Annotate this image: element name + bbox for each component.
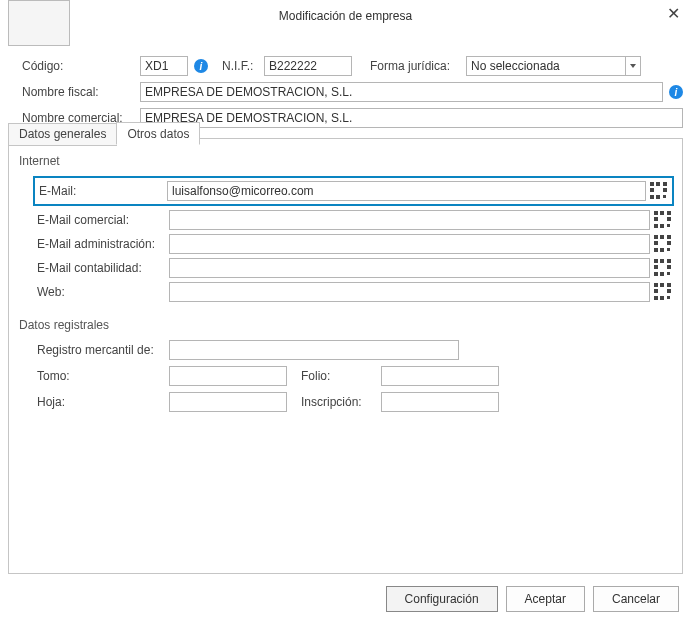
section-internet: Internet — [19, 154, 672, 168]
section-registrales: Datos registrales — [19, 318, 672, 332]
forma-juridica-label: Forma jurídica: — [370, 59, 460, 73]
hoja-input[interactable] — [169, 392, 287, 412]
tab-panel: Internet E-Mail: E-Mail comercial: E-Mai… — [8, 138, 683, 574]
email-administracion-row: E-Mail administración: — [37, 234, 672, 254]
email-contabilidad-row: E-Mail contabilidad: — [37, 258, 672, 278]
hoja-inscripcion-row: Hoja: Inscripción: — [37, 392, 672, 412]
web-input[interactable] — [169, 282, 650, 302]
email-contabilidad-label: E-Mail contabilidad: — [37, 261, 169, 275]
info-icon[interactable]: i — [669, 85, 683, 99]
nombre-comercial-input[interactable] — [140, 108, 683, 128]
tomo-folio-row: Tomo: Folio: — [37, 366, 672, 386]
qr-icon[interactable] — [654, 211, 672, 229]
hoja-label: Hoja: — [37, 395, 169, 409]
titlebar: Modificación de empresa ✕ — [0, 0, 691, 32]
window-title: Modificación de empresa — [279, 9, 412, 23]
registro-mercantil-input[interactable] — [169, 340, 459, 360]
inscripcion-input[interactable] — [381, 392, 499, 412]
nif-input[interactable] — [264, 56, 352, 76]
tab-datos-generales[interactable]: Datos generales — [8, 123, 117, 146]
tab-otros-datos[interactable]: Otros datos — [116, 122, 200, 145]
tab-headers: Datos generales Otros datos — [8, 122, 199, 145]
nombre-fiscal-label: Nombre fiscal: — [22, 85, 134, 99]
logo-placeholder[interactable] — [8, 0, 70, 46]
close-icon[interactable]: ✕ — [663, 4, 683, 24]
codigo-input[interactable] — [140, 56, 188, 76]
folio-input[interactable] — [381, 366, 499, 386]
email-comercial-input[interactable] — [169, 210, 650, 230]
forma-juridica-input[interactable] — [466, 56, 625, 76]
email-administracion-label: E-Mail administración: — [37, 237, 169, 251]
folio-label: Folio: — [301, 369, 381, 383]
registro-mercantil-label: Registro mercantil de: — [37, 343, 169, 357]
qr-icon[interactable] — [654, 283, 672, 301]
nif-label: N.I.F.: — [222, 59, 258, 73]
aceptar-button[interactable]: Aceptar — [506, 586, 585, 612]
registro-mercantil-row: Registro mercantil de: — [37, 340, 672, 360]
tomo-input[interactable] — [169, 366, 287, 386]
codigo-label: Código: — [22, 59, 134, 73]
footer-buttons: Configuración Aceptar Cancelar — [386, 586, 679, 612]
web-row: Web: — [37, 282, 672, 302]
email-administracion-input[interactable] — [169, 234, 650, 254]
email-contabilidad-input[interactable] — [169, 258, 650, 278]
email-comercial-row: E-Mail comercial: — [37, 210, 672, 230]
email-row: E-Mail: — [33, 176, 674, 206]
nombre-fiscal-input[interactable] — [140, 82, 663, 102]
cancelar-button[interactable]: Cancelar — [593, 586, 679, 612]
email-comercial-label: E-Mail comercial: — [37, 213, 169, 227]
email-input[interactable] — [167, 181, 646, 201]
tomo-label: Tomo: — [37, 369, 169, 383]
configuracion-button[interactable]: Configuración — [386, 586, 498, 612]
info-icon[interactable]: i — [194, 59, 208, 73]
qr-icon[interactable] — [654, 259, 672, 277]
email-label: E-Mail: — [39, 184, 167, 198]
chevron-down-icon[interactable] — [625, 56, 641, 76]
qr-icon[interactable] — [650, 182, 668, 200]
qr-icon[interactable] — [654, 235, 672, 253]
web-label: Web: — [37, 285, 169, 299]
inscripcion-label: Inscripción: — [301, 395, 381, 409]
forma-juridica-combo[interactable] — [466, 56, 641, 76]
